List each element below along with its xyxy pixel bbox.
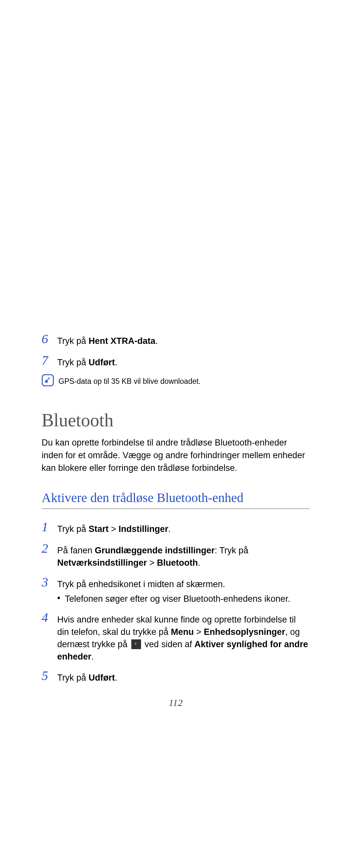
- page-number: 112: [41, 697, 310, 708]
- note-row: GPS-data op til 35 KB vil blive download…: [41, 374, 310, 386]
- page-content: 6 Tryk på Hent XTRA-data. 7 Tryk på Udfø…: [41, 331, 310, 708]
- bullet-dot: •: [57, 593, 60, 603]
- step-number: 1: [41, 519, 57, 533]
- note-text: GPS-data op til 35 KB vil blive download…: [59, 374, 201, 386]
- step-text: Tryk på Start > Indstillinger.: [57, 519, 171, 535]
- step-text: Tryk på enhedsikonet i midten af skærmen…: [57, 575, 225, 591]
- heading-activate: Aktivere den trådløse Bluetooth-enhed: [41, 490, 310, 509]
- step-number: 7: [41, 353, 57, 367]
- bt-step-1: 1 Tryk på Start > Indstillinger.: [41, 519, 310, 535]
- bluetooth-intro: Du kan oprette forbindelse til andre trå…: [41, 436, 310, 474]
- heading-bluetooth: Bluetooth: [41, 410, 310, 431]
- bt-step-5: 5 Tryk på Udført.: [41, 668, 310, 684]
- svg-rect-0: [42, 374, 53, 385]
- checkbox-icon: [131, 640, 141, 649]
- bt-step-4: 4 Hvis andre enheder skal kunne finde og…: [41, 610, 310, 663]
- gps-step-7: 7 Tryk på Udført.: [41, 353, 310, 369]
- step-number: 5: [41, 668, 57, 682]
- step-text: Tryk på Udført.: [57, 353, 117, 369]
- step-number: 2: [41, 541, 57, 555]
- step-text: Tryk på Hent XTRA-data.: [57, 331, 158, 347]
- gps-step-6: 6 Tryk på Hent XTRA-data.: [41, 331, 310, 347]
- step-number: 4: [41, 610, 57, 624]
- bullet-text: Telefonen søger efter og viser Bluetooth…: [65, 593, 290, 605]
- bt-step-3-bullet: • Telefonen søger efter og viser Bluetoo…: [57, 593, 310, 605]
- note-pencil-icon: [41, 374, 54, 386]
- step-number: 6: [41, 331, 57, 345]
- step-text: Tryk på Udført.: [57, 668, 117, 684]
- bt-step-3: 3 Tryk på enhedsikonet i midten af skærm…: [41, 575, 310, 591]
- bt-step-2: 2 På fanen Grundlæggende indstillinger: …: [41, 541, 310, 569]
- step-text: Hvis andre enheder skal kunne finde og o…: [57, 610, 310, 663]
- step-text: På fanen Grundlæggende indstillinger: Tr…: [57, 541, 310, 569]
- step-number: 3: [41, 575, 57, 589]
